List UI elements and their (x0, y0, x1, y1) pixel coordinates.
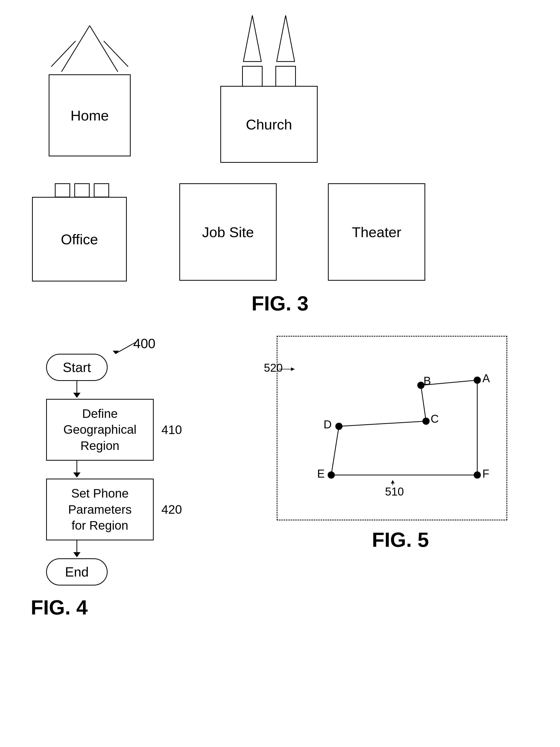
jobsite-label: Job Site (202, 224, 254, 240)
fig3-label: FIG. 3 (21, 292, 539, 315)
end-label: End (65, 565, 89, 579)
church-building: Church (215, 16, 323, 163)
point-c-dot (422, 418, 430, 425)
flow-end: End (46, 558, 108, 586)
office-window-3 (94, 183, 109, 198)
svg-line-6 (115, 342, 136, 354)
svg-marker-5 (277, 16, 295, 61)
fig5-label: FIG. 5 (261, 528, 539, 552)
home-body: Home (49, 74, 131, 156)
step1-line2: Region (80, 439, 119, 453)
point-d-dot (335, 423, 343, 430)
office-window-1 (55, 183, 70, 198)
theater-label: Theater (352, 224, 401, 240)
step2-line2: for Region (72, 519, 128, 532)
svg-line-11 (421, 385, 426, 421)
fig4-container: 400 Start (21, 336, 231, 619)
svg-marker-17 (391, 480, 395, 484)
point-e-dot (328, 471, 335, 479)
ref-420-label: 420 (161, 503, 182, 517)
church-spire-left (240, 16, 265, 86)
office-label: Office (61, 231, 98, 248)
office-body: Office (32, 197, 127, 281)
office-windows (50, 183, 109, 198)
church-label: Church (246, 116, 292, 133)
step1-line1: Define Geographical (63, 407, 137, 436)
point-f-label: F (482, 467, 489, 480)
page-content: Home (0, 0, 560, 635)
point-a-label: A (482, 372, 490, 385)
home-label: Home (71, 107, 109, 124)
svg-marker-4 (243, 16, 261, 61)
fig5-container: 520 (261, 336, 539, 552)
fig3-row2: Office Job Site Theater (21, 183, 539, 281)
fig4-label: FIG. 4 (21, 596, 231, 619)
church-spire-right (273, 16, 298, 86)
svg-line-12 (339, 421, 426, 426)
jobsite-box: Job Site (179, 183, 277, 281)
point-a-dot (474, 377, 481, 384)
fig4-diagram: 400 Start (21, 336, 231, 586)
flow-arrow-1 (46, 381, 108, 399)
church-spires (240, 16, 298, 86)
flow-arrow-2 (46, 461, 108, 479)
svg-line-0 (61, 26, 90, 72)
flow-step-2-row: Set Phone Parameters for Region 420 (46, 479, 182, 540)
flow-start: Start (46, 354, 108, 381)
fig5-diagram: A B C D E F 5 (277, 336, 507, 520)
svg-line-3 (104, 41, 128, 67)
ref-510-label: 510 (385, 485, 404, 498)
point-f-dot (474, 471, 481, 479)
theater-box: Theater (328, 183, 425, 281)
office-window-2 (74, 183, 90, 198)
point-e-label: E (317, 467, 325, 480)
step2-line1: Set Phone Parameters (68, 487, 132, 516)
ref-410-label: 410 (161, 423, 182, 437)
point-c-label: C (431, 412, 439, 425)
svg-line-13 (331, 426, 339, 475)
svg-line-1 (90, 26, 118, 72)
flow-arrow-3 (46, 540, 108, 558)
flow-step-1-row: Define Geographical Region 410 (46, 399, 182, 461)
flow-step-1: Define Geographical Region (46, 399, 154, 461)
point-b-label: B (423, 375, 431, 387)
svg-line-2 (51, 41, 76, 67)
fig45-section: 400 Start (21, 331, 539, 619)
fig3-section: Home (21, 16, 539, 315)
point-d-label: D (324, 418, 332, 431)
flow-step-2: Set Phone Parameters for Region (46, 479, 154, 540)
home-building: Home (41, 16, 138, 163)
fig3-row1: Home (21, 16, 539, 163)
church-body: Church (220, 86, 318, 163)
office-building: Office (31, 183, 128, 281)
start-label: Start (63, 360, 91, 375)
